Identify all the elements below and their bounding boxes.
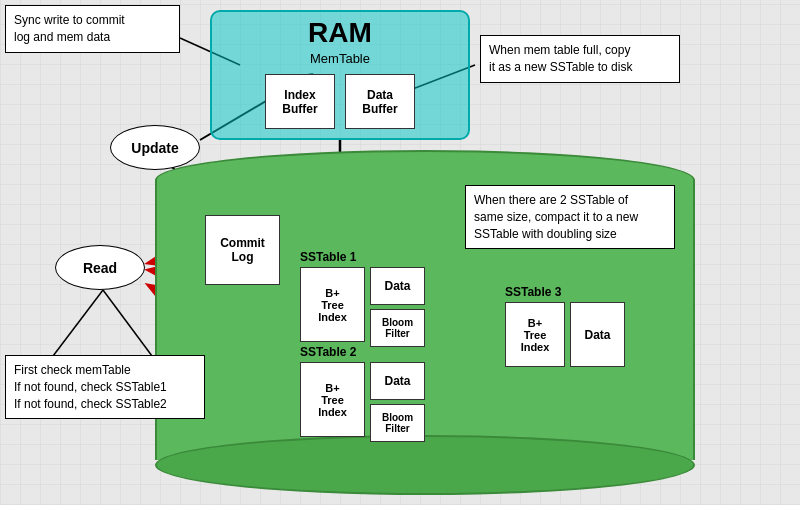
callout-sync-write-text: Sync write to commitlog and mem data: [14, 13, 125, 44]
sstable2-tree-index: B+TreeIndex: [300, 362, 365, 437]
sstable2-bloom: BloomFilter: [370, 404, 425, 442]
sstable3-label: SSTable 3: [505, 285, 625, 299]
sstable3-container: SSTable 3 B+TreeIndex Data: [505, 285, 625, 367]
sstable1-bloom: BloomFilter: [370, 309, 425, 347]
callout-compact-text: When there are 2 SSTable ofsame size, co…: [474, 193, 638, 241]
sstable3-data: Data: [570, 302, 625, 367]
sstable3-inner: B+TreeIndex Data: [505, 302, 625, 367]
sstable1-inner: B+TreeIndex Data BloomFilter: [300, 267, 425, 347]
sstable1-data: Data: [370, 267, 425, 305]
sstable2-right-col: Data BloomFilter: [370, 362, 425, 442]
sstable1-label: SSTable 1: [300, 250, 425, 264]
svg-line-17: [50, 290, 103, 360]
update-label: Update: [131, 140, 178, 156]
callout-check-order: First check memTableIf not found, check …: [5, 355, 205, 419]
sstable2-label: SSTable 2: [300, 345, 425, 359]
callout-compact: When there are 2 SSTable ofsame size, co…: [465, 185, 675, 249]
ram-box: RAM MemTable IndexBuffer DataBuffer: [210, 10, 470, 140]
callout-mem-full: When mem table full, copyit as a new SST…: [480, 35, 680, 83]
callout-mem-full-text: When mem table full, copyit as a new SST…: [489, 43, 632, 74]
disk-bottom-ellipse: [155, 435, 695, 495]
ram-title: RAM: [212, 17, 468, 49]
sstable1-right-col: Data BloomFilter: [370, 267, 425, 347]
callout-check-order-text: First check memTableIf not found, check …: [14, 363, 167, 411]
update-ellipse: Update: [110, 125, 200, 170]
data-buffer: DataBuffer: [345, 74, 415, 129]
memtable-buffers: IndexBuffer DataBuffer: [212, 74, 468, 129]
sstable1-container: SSTable 1 B+TreeIndex Data BloomFilter: [300, 250, 425, 347]
read-label: Read: [83, 260, 117, 276]
commit-log: CommitLog: [205, 215, 280, 285]
memtable-label: MemTable: [212, 51, 468, 66]
callout-sync-write: Sync write to commitlog and mem data: [5, 5, 180, 53]
sstable2-data: Data: [370, 362, 425, 400]
sstable3-tree-index: B+TreeIndex: [505, 302, 565, 367]
sstable1-tree-index: B+TreeIndex: [300, 267, 365, 342]
sstable2-container: SSTable 2 B+TreeIndex Data BloomFilter: [300, 345, 425, 442]
svg-line-16: [103, 290, 155, 360]
index-buffer: IndexBuffer: [265, 74, 335, 129]
read-ellipse: Read: [55, 245, 145, 290]
sstable2-inner: B+TreeIndex Data BloomFilter: [300, 362, 425, 442]
